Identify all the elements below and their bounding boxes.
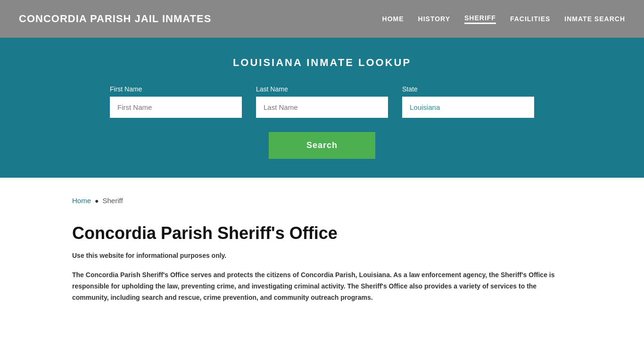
- search-fields: First Name Last Name State: [63, 85, 581, 118]
- state-input[interactable]: [402, 97, 534, 118]
- search-panel: LOUISIANA INMATE LOOKUP First Name Last …: [0, 38, 644, 178]
- page-title: Concordia Parish Sheriff's Office: [72, 223, 572, 243]
- search-btn-wrap: Search: [9, 132, 635, 159]
- header: CONCORDIA PARISH JAIL INMATES HOME HISTO…: [0, 0, 644, 38]
- breadcrumb: Home ● Sheriff: [72, 197, 572, 205]
- breadcrumb-current: Sheriff: [102, 197, 123, 205]
- last-name-group: Last Name: [256, 85, 388, 118]
- nav-facilities[interactable]: FACILITIES: [510, 15, 550, 23]
- first-name-label: First Name: [110, 85, 242, 93]
- state-group: State: [402, 85, 534, 118]
- nav-sheriff[interactable]: SHERIFF: [464, 14, 496, 24]
- nav-history[interactable]: HISTORY: [418, 15, 450, 23]
- first-name-group: First Name: [110, 85, 242, 118]
- state-label: State: [402, 85, 534, 93]
- last-name-label: Last Name: [256, 85, 388, 93]
- search-button[interactable]: Search: [269, 132, 375, 159]
- site-title: CONCORDIA PARISH JAIL INMATES: [19, 13, 211, 25]
- nav-home[interactable]: HOME: [382, 15, 404, 23]
- description: The Concordia Parish Sheriff's Office se…: [72, 270, 572, 303]
- last-name-input[interactable]: [256, 97, 388, 118]
- search-panel-title: LOUISIANA INMATE LOOKUP: [9, 57, 635, 69]
- first-name-input[interactable]: [110, 97, 242, 118]
- breadcrumb-home[interactable]: Home: [72, 197, 91, 205]
- nav: HOME HISTORY SHERIFF FACILITIES INMATE S…: [382, 14, 625, 24]
- disclaimer: Use this website for informational purpo…: [72, 252, 572, 259]
- main-content: Home ● Sheriff Concordia Parish Sheriff'…: [63, 178, 581, 331]
- breadcrumb-separator: ●: [95, 197, 99, 205]
- nav-inmate-search[interactable]: INMATE SEARCH: [564, 15, 625, 23]
